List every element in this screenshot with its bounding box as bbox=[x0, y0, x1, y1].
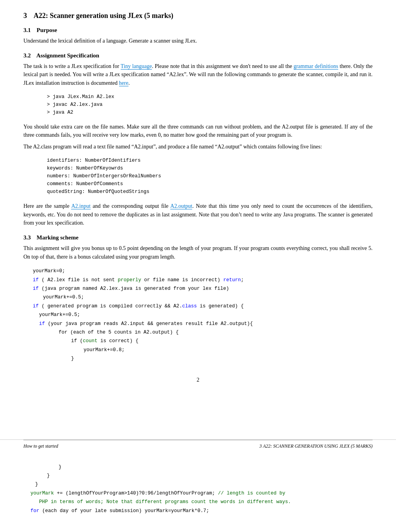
spec-para3: The A2.class program will read a text fi… bbox=[23, 143, 373, 151]
output-lines: identifiers: NumberOfIdentifiers keyword… bbox=[39, 154, 373, 198]
code-line-close-brace1: } bbox=[71, 354, 373, 362]
marking-code-block: yourMark=0; if ( A2.lex file is not sent… bbox=[23, 264, 373, 365]
a2output-link[interactable]: A2.output bbox=[170, 203, 192, 209]
code-line-yourmark2: yourMark+=0.5; bbox=[39, 310, 373, 319]
here-link[interactable]: here bbox=[119, 80, 128, 86]
marking-para1: This assignment will give you bonus up t… bbox=[23, 244, 373, 261]
output-line-5: quotedString: NumberOfQuotedStrings bbox=[47, 188, 373, 196]
bottom-code-line-yourmark: yourMark += (lengthOfYourProgram>140)?0:… bbox=[30, 489, 373, 497]
command-1: > java JLex.Main A2.lex bbox=[47, 93, 373, 101]
code-line-yourmark3: yourMark+=0.8; bbox=[84, 345, 373, 354]
output-line-2: keywords: NumberOfKeyowrds bbox=[47, 164, 373, 172]
tiny-language-link[interactable]: Tiny language bbox=[121, 63, 152, 70]
code-line-if5: if (count is correct) { bbox=[71, 336, 373, 345]
a2input-link[interactable]: A2.input bbox=[71, 203, 90, 209]
command-2: > javac A2.lex.java bbox=[47, 101, 373, 109]
code-line-yourmark1: yourMark+=0.5; bbox=[43, 293, 373, 301]
output-line-1: identifiers: NumberOfIdentifiers bbox=[47, 157, 373, 164]
subsection-32-title: 3.2 Assignment Specification bbox=[23, 52, 373, 59]
footer-left: How to get started bbox=[23, 443, 58, 449]
footer-bar: How to get started 3 A22: SCANNER GENERA… bbox=[23, 440, 373, 452]
spec-para2: You should take extra care on the file n… bbox=[23, 123, 373, 139]
page-top: 3 A22: Scanner generation using JLex (5 … bbox=[0, 0, 396, 439]
footer-center: 3 A22: SCANNER GENERATION USING JLEX (5 … bbox=[259, 443, 373, 449]
output-format-block: identifiers: NumberOfIdentifiers keyword… bbox=[39, 154, 373, 198]
bottom-code-line-1: } bbox=[59, 462, 373, 471]
output-line-3: numbers: NumberOfIntergersOrRealNumbers bbox=[47, 172, 373, 180]
bottom-code-line-php: PHP in terms of words; Note that differe… bbox=[39, 497, 373, 506]
command-3: > java A2 bbox=[47, 109, 373, 116]
code-line-if4: if (your java program reads A2.input && … bbox=[39, 319, 373, 328]
output-line-4: comments: NumberOfComments bbox=[47, 180, 373, 188]
bottom-code-block: } } } yourMark += (lengthOfYourProgram>1… bbox=[23, 460, 373, 517]
page-number: 2 bbox=[23, 377, 373, 383]
spec-para4: Here are the sample A2.input and the cor… bbox=[23, 202, 373, 227]
spec-para1: The task is to write a JLex specificatio… bbox=[23, 62, 373, 87]
code-line-if2: if (java program named A2.lex.java is ge… bbox=[33, 284, 373, 293]
grammar-definitions-link[interactable]: grammar definitions bbox=[294, 63, 338, 70]
commands-block: > java JLex.Main A2.lex > javac A2.lex.j… bbox=[39, 91, 373, 119]
subsection-31-title: 3.1 Purpose bbox=[23, 27, 373, 34]
bottom-code-line-3: } bbox=[35, 480, 373, 488]
purpose-text: Understand the lexical definition of a l… bbox=[23, 37, 373, 45]
page: 3 A22: Scanner generation using JLex (5 … bbox=[0, 0, 396, 532]
command-lines: > java JLex.Main A2.lex > javac A2.lex.j… bbox=[39, 91, 373, 119]
code-line-for1: for (each of the 5 counts in A2.output) … bbox=[59, 328, 373, 336]
code-line-if3: if ( generated program is compiled corre… bbox=[33, 302, 373, 310]
code-line-yourmark0: yourMark=0; bbox=[33, 266, 373, 275]
section-title: 3 A22: Scanner generation using JLex (5 … bbox=[23, 12, 373, 20]
bottom-code-line-2: } bbox=[47, 471, 373, 480]
bottom-code-line-for: for (each day of your late submission) y… bbox=[30, 506, 373, 515]
subsection-33-title: 3.3 Marking scheme bbox=[23, 234, 373, 241]
code-line-if1: if ( A2.lex file is not sent properly or… bbox=[33, 275, 373, 284]
page-bottom: How to get started 3 A22: SCANNER GENERA… bbox=[0, 439, 396, 532]
